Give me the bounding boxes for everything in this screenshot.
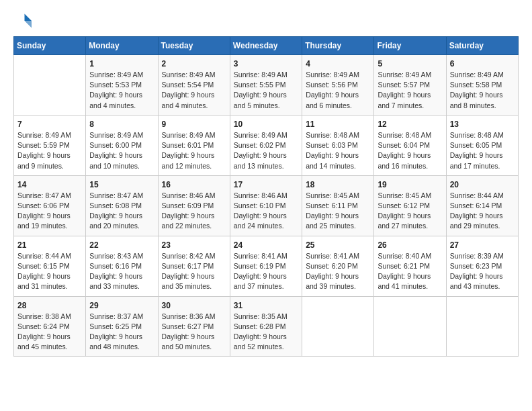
day-number: 29 [89,301,154,310]
calendar-cell: 13Sunrise: 8:48 AMSunset: 6:05 PMDayligh… [446,115,518,175]
day-number: 25 [306,240,370,250]
calendar-cell: 6Sunrise: 8:49 AMSunset: 5:58 PMDaylight… [446,55,518,116]
calendar-week-row: 1Sunrise: 8:49 AMSunset: 5:53 PMDaylight… [14,55,519,116]
calendar-cell: 22Sunrise: 8:43 AMSunset: 6:16 PMDayligh… [86,236,158,296]
day-number: 5 [378,59,442,68]
day-number: 6 [450,59,515,68]
day-number: 23 [162,240,226,250]
day-number: 15 [89,180,154,189]
day-info: Sunrise: 8:39 AMSunset: 6:23 PMDaylight:… [450,251,515,292]
day-number: 10 [234,120,298,129]
day-info: Sunrise: 8:44 AMSunset: 6:14 PMDaylight:… [450,191,515,232]
day-info: Sunrise: 8:49 AMSunset: 5:55 PMDaylight:… [234,70,298,111]
day-info: Sunrise: 8:49 AMSunset: 5:56 PMDaylight:… [306,70,370,111]
calendar-cell [302,296,374,357]
calendar-cell: 26Sunrise: 8:40 AMSunset: 6:21 PMDayligh… [374,236,446,296]
calendar-cell: 28Sunrise: 8:38 AMSunset: 6:24 PMDayligh… [14,296,86,357]
day-number: 8 [89,120,154,129]
page-container: SundayMondayTuesdayWednesdayThursdayFrid… [0,0,532,363]
calendar-cell: 9Sunrise: 8:49 AMSunset: 6:01 PMDaylight… [158,115,230,175]
svg-marker-0 [25,14,32,21]
day-number: 31 [234,301,298,310]
svg-marker-1 [25,21,32,28]
day-number: 13 [450,120,515,129]
day-number: 1 [89,59,154,68]
day-info: Sunrise: 8:44 AMSunset: 6:15 PMDaylight:… [17,251,82,292]
calendar-cell: 4Sunrise: 8:49 AMSunset: 5:56 PMDaylight… [302,55,374,116]
day-info: Sunrise: 8:46 AMSunset: 6:10 PMDaylight:… [234,191,298,232]
calendar-cell: 12Sunrise: 8:48 AMSunset: 6:04 PMDayligh… [374,115,446,175]
day-info: Sunrise: 8:36 AMSunset: 6:27 PMDaylight:… [162,312,226,353]
day-number: 14 [17,180,82,189]
calendar-cell: 14Sunrise: 8:47 AMSunset: 6:06 PMDayligh… [14,175,86,236]
day-number: 30 [162,301,226,310]
calendar-cell: 11Sunrise: 8:48 AMSunset: 6:03 PMDayligh… [302,115,374,175]
day-info: Sunrise: 8:49 AMSunset: 6:02 PMDaylight:… [234,130,298,171]
day-info: Sunrise: 8:37 AMSunset: 6:25 PMDaylight:… [89,312,154,353]
weekday-header: Friday [374,37,446,55]
weekday-header: Sunday [14,37,86,55]
calendar-week-row: 28Sunrise: 8:38 AMSunset: 6:24 PMDayligh… [14,296,519,357]
day-number: 7 [17,120,82,129]
day-info: Sunrise: 8:48 AMSunset: 6:03 PMDaylight:… [306,130,370,171]
day-number: 19 [378,180,442,189]
day-info: Sunrise: 8:49 AMSunset: 6:01 PMDaylight:… [162,130,226,171]
day-number: 12 [378,120,442,129]
day-info: Sunrise: 8:41 AMSunset: 6:20 PMDaylight:… [306,251,370,292]
day-info: Sunrise: 8:47 AMSunset: 6:08 PMDaylight:… [89,191,154,232]
weekday-header: Wednesday [230,37,302,55]
calendar-cell [446,296,518,357]
day-number: 22 [89,240,154,250]
day-info: Sunrise: 8:46 AMSunset: 6:09 PMDaylight:… [162,191,226,232]
weekday-header-row: SundayMondayTuesdayWednesdayThursdayFrid… [14,37,519,55]
weekday-header: Thursday [302,37,374,55]
weekday-header: Saturday [446,37,518,55]
day-info: Sunrise: 8:40 AMSunset: 6:21 PMDaylight:… [378,251,442,292]
day-number: 2 [162,59,226,68]
calendar-cell: 27Sunrise: 8:39 AMSunset: 6:23 PMDayligh… [446,236,518,296]
calendar-cell: 24Sunrise: 8:41 AMSunset: 6:19 PMDayligh… [230,236,302,296]
day-number: 11 [306,120,370,129]
calendar-cell: 30Sunrise: 8:36 AMSunset: 6:27 PMDayligh… [158,296,230,357]
day-info: Sunrise: 8:35 AMSunset: 6:28 PMDaylight:… [234,312,298,353]
header [13,11,519,31]
day-number: 17 [234,180,298,189]
day-number: 21 [17,240,82,250]
calendar-cell: 3Sunrise: 8:49 AMSunset: 5:55 PMDaylight… [230,55,302,116]
calendar-week-row: 7Sunrise: 8:49 AMSunset: 5:59 PMDaylight… [14,115,519,175]
day-info: Sunrise: 8:49 AMSunset: 5:53 PMDaylight:… [89,70,154,111]
day-info: Sunrise: 8:49 AMSunset: 5:58 PMDaylight:… [450,70,515,111]
calendar-week-row: 14Sunrise: 8:47 AMSunset: 6:06 PMDayligh… [14,175,519,236]
calendar-cell: 2Sunrise: 8:49 AMSunset: 5:54 PMDaylight… [158,55,230,116]
day-number: 26 [378,240,442,250]
day-number: 4 [306,59,370,68]
day-number: 9 [162,120,226,129]
day-number: 3 [234,59,298,68]
day-info: Sunrise: 8:43 AMSunset: 6:16 PMDaylight:… [89,251,154,292]
calendar-cell: 31Sunrise: 8:35 AMSunset: 6:28 PMDayligh… [230,296,302,357]
day-info: Sunrise: 8:49 AMSunset: 5:59 PMDaylight:… [17,130,82,171]
day-number: 20 [450,180,515,189]
day-number: 28 [17,301,82,310]
calendar-cell: 19Sunrise: 8:45 AMSunset: 6:12 PMDayligh… [374,175,446,236]
weekday-header: Tuesday [158,37,230,55]
calendar-cell: 8Sunrise: 8:49 AMSunset: 6:00 PMDaylight… [86,115,158,175]
calendar-cell: 25Sunrise: 8:41 AMSunset: 6:20 PMDayligh… [302,236,374,296]
day-info: Sunrise: 8:49 AMSunset: 6:00 PMDaylight:… [89,130,154,171]
calendar-cell [14,55,86,116]
calendar-cell: 5Sunrise: 8:49 AMSunset: 5:57 PMDaylight… [374,55,446,116]
calendar-cell: 23Sunrise: 8:42 AMSunset: 6:17 PMDayligh… [158,236,230,296]
day-number: 18 [306,180,370,189]
logo [13,11,36,31]
day-info: Sunrise: 8:45 AMSunset: 6:11 PMDaylight:… [306,191,370,232]
calendar-cell: 7Sunrise: 8:49 AMSunset: 5:59 PMDaylight… [14,115,86,175]
logo-icon [13,11,34,31]
day-info: Sunrise: 8:47 AMSunset: 6:06 PMDaylight:… [17,191,82,232]
calendar-cell: 20Sunrise: 8:44 AMSunset: 6:14 PMDayligh… [446,175,518,236]
day-info: Sunrise: 8:41 AMSunset: 6:19 PMDaylight:… [234,251,298,292]
day-info: Sunrise: 8:45 AMSunset: 6:12 PMDaylight:… [378,191,442,232]
calendar-cell [374,296,446,357]
calendar-body: 1Sunrise: 8:49 AMSunset: 5:53 PMDaylight… [14,55,519,357]
day-info: Sunrise: 8:48 AMSunset: 6:05 PMDaylight:… [450,130,515,171]
calendar-cell: 18Sunrise: 8:45 AMSunset: 6:11 PMDayligh… [302,175,374,236]
